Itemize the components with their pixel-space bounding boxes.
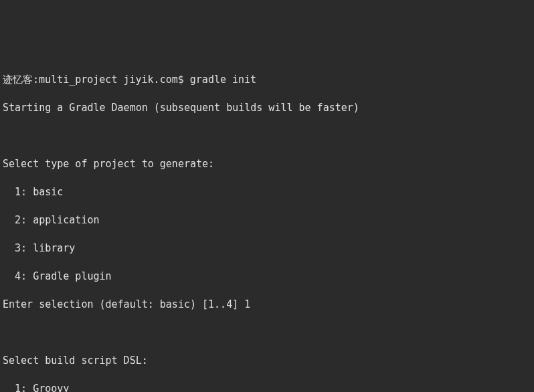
blank-line [3,129,531,143]
type-selection-input: Enter selection (default: basic) [1..4] … [3,298,531,312]
select-dsl-prompt: Select build script DSL: [3,354,531,368]
option-groovy: 1: Groovy [3,382,531,392]
daemon-start-line: Starting a Gradle Daemon (subsequent bui… [3,101,531,115]
terminal-output[interactable]: 迹忆客:multi_project jiyik.com$ gradle init… [3,59,531,392]
option-basic: 1: basic [3,185,531,199]
option-library: 3: library [3,241,531,256]
option-application: 2: application [3,213,531,227]
select-type-prompt: Select type of project to generate: [3,157,531,171]
prompt-line: 迹忆客:multi_project jiyik.com$ gradle init [3,73,531,87]
option-gradle-plugin: 4: Gradle plugin [3,270,531,284]
blank-line [3,326,531,340]
